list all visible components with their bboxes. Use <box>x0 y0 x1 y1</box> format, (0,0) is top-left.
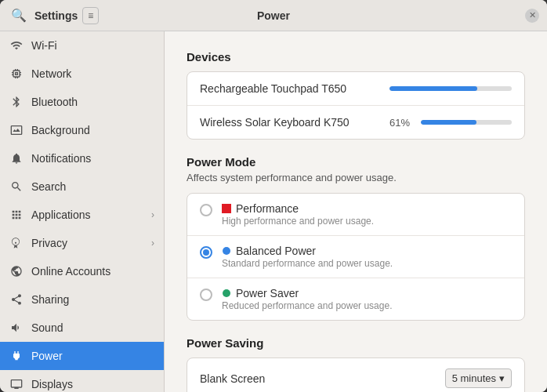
battery-track-touchpad <box>389 86 512 91</box>
sidebar-label-wifi: Wi-Fi <box>31 39 154 52</box>
radio-desc-balanced: Standard performance and power usage. <box>222 258 512 269</box>
battery-fill-touchpad <box>389 86 477 91</box>
close-button[interactable]: ✕ <box>525 9 539 23</box>
power-saving-section-title: Power Saving <box>187 336 525 350</box>
sharing-icon <box>9 292 24 307</box>
devices-section-title: Devices <box>187 50 525 64</box>
menu-button[interactable]: ≡ <box>82 7 99 24</box>
titlebar-left: 🔍 Settings ≡ <box>0 5 165 26</box>
sidebar-label-notifications: Notifications <box>31 152 154 165</box>
radio-circle-balanced <box>200 246 212 259</box>
settings-title: Settings <box>34 9 78 22</box>
power-saving-card: Blank Screen 5 minutes ▾ Automatic Suspe… <box>187 358 525 392</box>
content-area: Wi-Fi Network Bluetooth Background <box>0 31 547 392</box>
settings-window: 🔍 Settings ≡ Power ✕ Wi-Fi Network <box>0 0 547 392</box>
sidebar-label-power: Power <box>31 350 154 362</box>
privacy-icon <box>9 236 24 250</box>
radio-performance[interactable]: Performance High performance and power u… <box>187 194 524 236</box>
radio-label-saver: Power Saver <box>222 287 512 299</box>
battery-fill-keyboard <box>421 120 476 125</box>
battery-track-keyboard <box>421 120 512 125</box>
displays-icon <box>9 377 24 391</box>
titlebar-right: ✕ <box>382 9 547 23</box>
sidebar-item-search[interactable]: Search <box>0 172 164 201</box>
sidebar-item-network[interactable]: Network <box>0 60 164 88</box>
device-name-keyboard: Wireless Solar Keyboard K750 <box>200 116 380 129</box>
sidebar-item-online-accounts[interactable]: Online Accounts <box>0 257 164 285</box>
bluetooth-icon <box>9 95 24 109</box>
radio-balanced[interactable]: Balanced Power Standard performance and … <box>187 236 524 278</box>
power-mode-section-title: Power Mode <box>187 155 525 169</box>
sidebar: Wi-Fi Network Bluetooth Background <box>0 31 165 392</box>
sidebar-label-online-accounts: Online Accounts <box>31 265 154 278</box>
radio-desc-saver: Reduced performance and power usage. <box>222 300 512 311</box>
ps-label-blank-screen: Blank Screen <box>200 372 445 385</box>
search-icon-button[interactable]: 🔍 <box>8 5 30 26</box>
svg-point-2 <box>223 289 230 297</box>
network-icon <box>9 67 24 81</box>
sidebar-label-applications: Applications <box>31 209 143 221</box>
sidebar-item-sharing[interactable]: Sharing <box>0 285 164 314</box>
titlebar: 🔍 Settings ≡ Power ✕ <box>0 0 547 31</box>
blank-screen-value: 5 minutes <box>452 372 496 384</box>
blank-screen-dropdown[interactable]: 5 minutes ▾ <box>445 368 512 388</box>
online-accounts-icon <box>9 264 24 278</box>
device-row-keyboard: Wireless Solar Keyboard K750 61% <box>187 106 524 139</box>
applications-icon <box>9 208 24 222</box>
sidebar-item-power[interactable]: Power <box>0 342 164 370</box>
radio-desc-performance: High performance and power usage. <box>222 216 512 227</box>
performance-color-icon <box>222 204 231 213</box>
battery-pct-keyboard: 61% <box>389 117 415 129</box>
applications-arrow: › <box>151 209 154 220</box>
device-name-touchpad: Rechargeable Touchpad T650 <box>200 82 380 95</box>
ps-row-blank-screen: Blank Screen 5 minutes ▾ <box>187 358 524 392</box>
sidebar-label-bluetooth: Bluetooth <box>31 96 154 108</box>
battery-bar-keyboard: 61% <box>389 117 512 129</box>
sidebar-label-displays: Displays <box>31 378 154 390</box>
sidebar-item-applications[interactable]: Applications › <box>0 201 164 229</box>
wifi-icon <box>9 38 24 53</box>
sidebar-item-wifi[interactable]: Wi-Fi <box>0 31 164 60</box>
main-panel: Devices Rechargeable Touchpad T650 Wirel… <box>165 31 547 392</box>
search-icon <box>9 180 24 194</box>
power-mode-card: Performance High performance and power u… <box>187 193 525 321</box>
sidebar-item-background[interactable]: Background <box>0 116 164 144</box>
power-icon <box>9 349 24 363</box>
sidebar-item-privacy[interactable]: Privacy › <box>0 229 164 257</box>
battery-bar-touchpad <box>389 86 512 91</box>
radio-content-balanced: Balanced Power Standard performance and … <box>222 245 512 269</box>
power-mode-subtitle: Affects system performance and power usa… <box>187 172 525 183</box>
sidebar-label-sharing: Sharing <box>31 293 154 306</box>
svg-point-1 <box>223 247 230 255</box>
radio-label-performance: Performance <box>222 202 512 215</box>
radio-circle-performance <box>200 204 212 216</box>
sidebar-label-search: Search <box>31 180 154 193</box>
notifications-icon <box>9 151 24 165</box>
sidebar-item-notifications[interactable]: Notifications <box>0 144 164 172</box>
background-icon <box>9 123 24 137</box>
radio-circle-saver <box>200 289 212 301</box>
sidebar-label-privacy: Privacy <box>31 237 143 249</box>
radio-content-performance: Performance High performance and power u… <box>222 202 512 227</box>
sound-icon <box>9 321 24 335</box>
sidebar-item-sound[interactable]: Sound <box>0 314 164 342</box>
radio-content-saver: Power Saver Reduced performance and powe… <box>222 287 512 311</box>
device-row-touchpad: Rechargeable Touchpad T650 <box>187 72 524 106</box>
radio-saver[interactable]: Power Saver Reduced performance and powe… <box>187 278 524 320</box>
radio-label-balanced: Balanced Power <box>222 245 512 257</box>
sidebar-item-displays[interactable]: Displays <box>0 370 164 392</box>
svg-point-0 <box>223 205 230 213</box>
sidebar-label-network: Network <box>31 67 154 80</box>
devices-card: Rechargeable Touchpad T650 Wireless Sola… <box>187 71 525 140</box>
sidebar-item-bluetooth[interactable]: Bluetooth <box>0 88 164 116</box>
titlebar-title: Power <box>165 9 382 22</box>
sidebar-label-background: Background <box>31 124 154 136</box>
sidebar-label-sound: Sound <box>31 321 154 334</box>
dropdown-arrow-icon: ▾ <box>499 372 505 384</box>
privacy-arrow: › <box>151 238 154 249</box>
